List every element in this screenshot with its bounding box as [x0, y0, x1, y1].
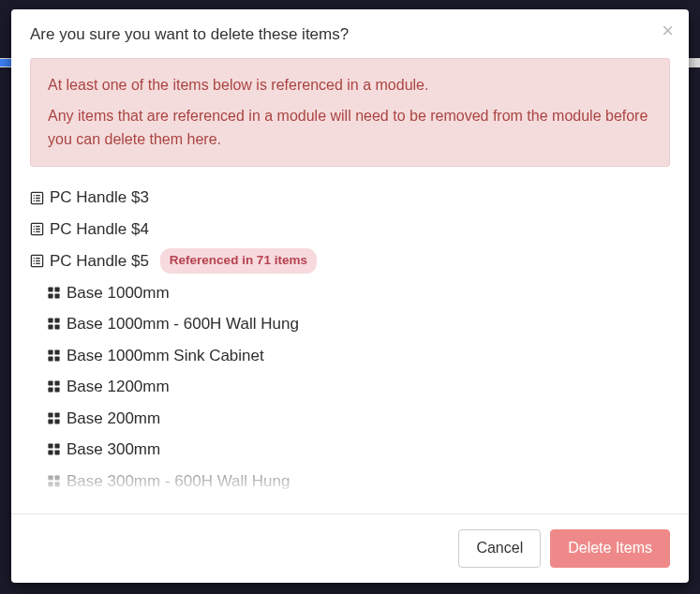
list-icon	[30, 191, 44, 205]
alert-line-2: Any items that are referenced in a modul…	[48, 105, 652, 152]
svg-rect-43	[48, 451, 52, 455]
svg-rect-21	[48, 287, 52, 291]
list-item: Base 1200mm	[47, 371, 670, 403]
item-label: Base 1000mm	[67, 281, 170, 305]
list-item: Base 1000mm Sink Cabinet	[47, 340, 670, 372]
list-item: Base 300mm - 600H Wall Hung	[47, 466, 670, 497]
svg-rect-35	[48, 388, 52, 393]
delete-confirm-modal: Are you sure you want to delete these it…	[11, 9, 689, 583]
svg-rect-41	[48, 444, 52, 449]
module-icon	[47, 474, 61, 488]
modal-title: Are you sure you want to delete these it…	[30, 24, 670, 45]
referenced-badge: Referenced in 71 items	[160, 248, 317, 273]
delete-items-button[interactable]: Delete Items	[550, 529, 670, 568]
svg-rect-34	[54, 381, 59, 386]
item-label: Base 1200mm	[67, 375, 170, 399]
svg-rect-45	[48, 475, 52, 480]
list-item: Base 300mm	[47, 434, 670, 466]
list-item: Base 1000mm	[47, 277, 670, 309]
item-label: Base 1000mm Sink Cabinet	[67, 344, 264, 368]
modal-header: Are you sure you want to delete these it…	[11, 9, 689, 58]
item-label: Base 200mm	[67, 407, 160, 431]
module-icon	[47, 317, 61, 331]
svg-rect-40	[54, 419, 59, 423]
item-label: Base 300mm	[67, 438, 160, 462]
list-icon	[30, 222, 44, 236]
item-label: Base 1000mm - 600H Wall Hung	[67, 312, 299, 336]
list-item: Base 200mm	[47, 403, 670, 435]
close-icon: ×	[662, 19, 674, 42]
svg-rect-38	[54, 412, 59, 417]
svg-rect-25	[48, 319, 52, 323]
list-item: PC Handle $5 Referenced in 71 items	[30, 245, 670, 276]
item-list: PC Handle $3 PC Handle $4	[30, 182, 670, 497]
module-icon	[47, 349, 61, 363]
list-icon	[30, 254, 44, 268]
svg-rect-32	[54, 356, 59, 361]
svg-rect-44	[54, 451, 59, 455]
svg-rect-23	[48, 293, 52, 298]
modal-footer: Cancel Delete Items	[11, 513, 689, 583]
warning-alert: At least one of the items below is refer…	[30, 58, 670, 167]
svg-rect-47	[48, 482, 52, 486]
child-list: Base 1000mm Base 1000mm - 600H Wall Hung…	[30, 277, 670, 497]
module-icon	[47, 379, 61, 394]
svg-rect-30	[54, 349, 59, 354]
module-icon	[47, 442, 61, 456]
item-label: PC Handle $3	[50, 186, 149, 210]
svg-rect-22	[54, 287, 59, 291]
svg-rect-26	[54, 319, 59, 323]
module-icon	[47, 411, 61, 425]
svg-rect-48	[54, 482, 59, 486]
list-item: PC Handle $3	[30, 182, 670, 214]
item-label: PC Handle $4	[50, 217, 149, 242]
cancel-button[interactable]: Cancel	[458, 529, 541, 568]
module-icon	[47, 286, 61, 300]
svg-rect-37	[48, 412, 52, 417]
item-label: Base 300mm - 600H Wall Hung	[67, 469, 290, 494]
alert-line-1: At least one of the items below is refer…	[48, 74, 652, 97]
item-label: PC Handle $5	[50, 249, 149, 274]
svg-rect-42	[54, 444, 59, 449]
modal-body: At least one of the items below is refer…	[11, 58, 689, 497]
svg-rect-46	[54, 475, 59, 480]
svg-rect-31	[48, 356, 52, 361]
list-item: Base 1000mm - 600H Wall Hung	[47, 308, 670, 340]
list-item: PC Handle $4	[30, 214, 670, 245]
close-button[interactable]: ×	[662, 21, 674, 41]
svg-rect-29	[48, 349, 52, 354]
svg-rect-24	[54, 293, 59, 298]
svg-rect-36	[54, 388, 59, 393]
svg-rect-27	[48, 325, 52, 330]
svg-rect-39	[48, 419, 52, 423]
svg-rect-28	[54, 325, 59, 330]
svg-rect-33	[48, 381, 52, 386]
